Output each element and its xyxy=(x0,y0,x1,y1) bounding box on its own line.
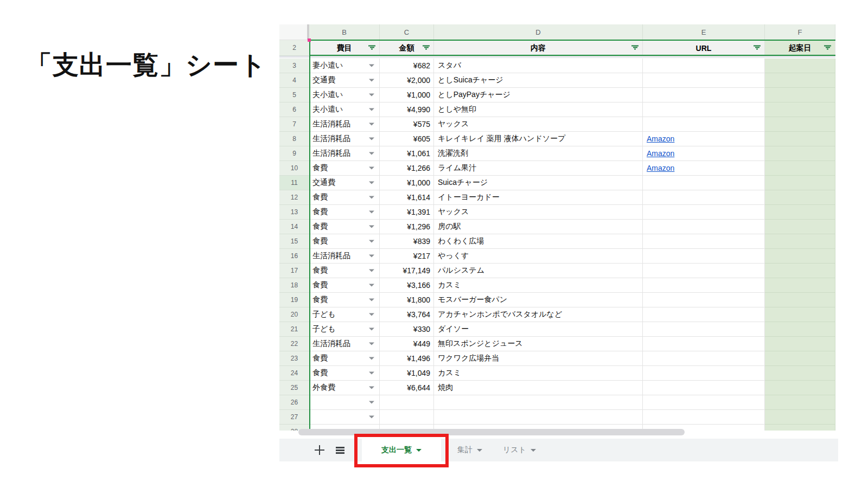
url-cell[interactable]: Amazon xyxy=(643,132,765,146)
url-cell[interactable] xyxy=(643,220,765,234)
date-cell[interactable] xyxy=(765,234,835,249)
category-cell[interactable]: 夫小遣い xyxy=(309,88,380,102)
filter-icon[interactable] xyxy=(631,45,639,51)
category-cell[interactable]: 食費 xyxy=(309,205,380,220)
amount-cell[interactable]: ¥1,496 xyxy=(380,351,434,366)
date-cell[interactable] xyxy=(765,205,835,220)
filter-header-cell[interactable]: 金額 xyxy=(380,40,434,56)
date-cell[interactable] xyxy=(765,176,835,190)
date-cell[interactable] xyxy=(765,190,835,205)
amount-cell[interactable]: ¥17,149 xyxy=(380,264,434,278)
row-number[interactable]: 12 xyxy=(279,190,309,205)
row-number[interactable]: 25 xyxy=(279,381,309,395)
date-cell[interactable] xyxy=(765,381,835,395)
description-cell[interactable]: ワクワク広場弁当 xyxy=(434,351,643,366)
category-cell[interactable]: 食費 xyxy=(309,264,380,278)
dropdown-arrow-icon[interactable] xyxy=(369,299,374,301)
url-cell[interactable] xyxy=(643,88,765,102)
amount-cell[interactable]: ¥1,266 xyxy=(380,161,434,176)
column-header-c[interactable]: C xyxy=(380,24,434,40)
description-cell[interactable]: ライム果汁 xyxy=(434,161,643,176)
category-cell[interactable]: 食費 xyxy=(309,220,380,234)
amount-cell[interactable] xyxy=(380,410,434,425)
description-cell[interactable]: 焼肉 xyxy=(434,381,643,395)
category-cell[interactable]: 食費 xyxy=(309,190,380,205)
category-cell[interactable]: 生活消耗品 xyxy=(309,249,380,264)
category-cell[interactable]: 妻小遣い xyxy=(309,59,380,73)
amount-cell[interactable]: ¥1,049 xyxy=(380,366,434,381)
category-cell[interactable]: 食費 xyxy=(309,234,380,249)
dropdown-arrow-icon[interactable] xyxy=(369,167,374,170)
category-cell[interactable]: 食費 xyxy=(309,278,380,293)
dropdown-arrow-icon[interactable] xyxy=(369,65,374,67)
column-header-e[interactable]: E xyxy=(643,24,765,40)
url-cell[interactable] xyxy=(643,351,765,366)
date-cell[interactable] xyxy=(765,220,835,234)
url-cell[interactable]: Amazon xyxy=(643,161,765,176)
date-cell[interactable] xyxy=(765,425,835,431)
category-cell[interactable]: 食費 xyxy=(309,351,380,366)
category-cell[interactable]: 子ども xyxy=(309,322,380,337)
row-number[interactable]: 20 xyxy=(279,307,309,322)
url-cell[interactable] xyxy=(643,395,765,410)
row-number[interactable]: 27 xyxy=(279,410,309,425)
row-number[interactable]: 17 xyxy=(279,264,309,278)
dropdown-arrow-icon[interactable] xyxy=(369,240,374,243)
date-cell[interactable] xyxy=(765,249,835,264)
filter-icon[interactable] xyxy=(368,45,375,51)
category-cell[interactable]: 夫小遣い xyxy=(309,102,380,117)
url-cell[interactable] xyxy=(643,102,765,117)
dropdown-arrow-icon[interactable] xyxy=(369,255,374,258)
url-cell[interactable] xyxy=(643,322,765,337)
date-cell[interactable] xyxy=(765,278,835,293)
row-number[interactable]: 18 xyxy=(279,278,309,293)
filter-icon[interactable] xyxy=(423,45,430,51)
description-cell[interactable]: 無印スポンジとジュース xyxy=(434,337,643,351)
category-cell[interactable]: 生活消耗品 xyxy=(309,337,380,351)
row-number[interactable]: 26 xyxy=(279,395,309,410)
dropdown-arrow-icon[interactable] xyxy=(369,138,374,140)
all-sheets-menu-button[interactable] xyxy=(334,444,347,457)
date-cell[interactable] xyxy=(765,410,835,425)
dropdown-arrow-icon[interactable] xyxy=(369,211,374,214)
url-cell[interactable] xyxy=(643,307,765,322)
row-number[interactable]: 24 xyxy=(279,366,309,381)
dropdown-arrow-icon[interactable] xyxy=(369,152,374,155)
description-cell[interactable] xyxy=(434,395,643,410)
description-cell[interactable]: スタバ xyxy=(434,59,643,73)
category-cell[interactable]: 外食費 xyxy=(309,381,380,395)
column-header-d[interactable]: D xyxy=(434,24,643,40)
amount-cell[interactable]: ¥575 xyxy=(380,117,434,132)
horizontal-scrollbar[interactable] xyxy=(298,429,685,435)
description-cell[interactable]: 洗濯洗剤 xyxy=(434,146,643,161)
amount-cell[interactable]: ¥605 xyxy=(380,132,434,146)
row-number[interactable]: 21 xyxy=(279,322,309,337)
filter-header-cell[interactable]: URL xyxy=(643,40,765,56)
dropdown-arrow-icon[interactable] xyxy=(369,123,374,126)
amount-cell[interactable]: ¥682 xyxy=(380,59,434,73)
description-cell[interactable]: Suicaチャージ xyxy=(434,176,643,190)
row-number[interactable]: 9 xyxy=(279,146,309,161)
date-cell[interactable] xyxy=(765,73,835,88)
date-cell[interactable] xyxy=(765,146,835,161)
url-cell[interactable] xyxy=(643,366,765,381)
amount-cell[interactable]: ¥1,391 xyxy=(380,205,434,220)
url-cell[interactable] xyxy=(643,205,765,220)
description-cell[interactable]: パルシステム xyxy=(434,264,643,278)
tab-dropdown-icon[interactable] xyxy=(416,449,422,452)
date-cell[interactable] xyxy=(765,88,835,102)
date-cell[interactable] xyxy=(765,307,835,322)
date-cell[interactable] xyxy=(765,322,835,337)
description-cell[interactable]: キレイキレイ 薬用 液体ハンドソープ xyxy=(434,132,643,146)
url-cell[interactable] xyxy=(643,249,765,264)
description-cell[interactable]: アカチャンホンポでバスタオルなど xyxy=(434,307,643,322)
dropdown-arrow-icon[interactable] xyxy=(369,284,374,287)
category-cell[interactable]: 食費 xyxy=(309,366,380,381)
row-number[interactable]: 23 xyxy=(279,351,309,366)
dropdown-arrow-icon[interactable] xyxy=(369,269,374,272)
category-cell[interactable]: 交通費 xyxy=(309,176,380,190)
date-cell[interactable] xyxy=(765,132,835,146)
dropdown-arrow-icon[interactable] xyxy=(369,372,374,375)
url-cell[interactable] xyxy=(643,337,765,351)
amount-cell[interactable]: ¥449 xyxy=(380,337,434,351)
